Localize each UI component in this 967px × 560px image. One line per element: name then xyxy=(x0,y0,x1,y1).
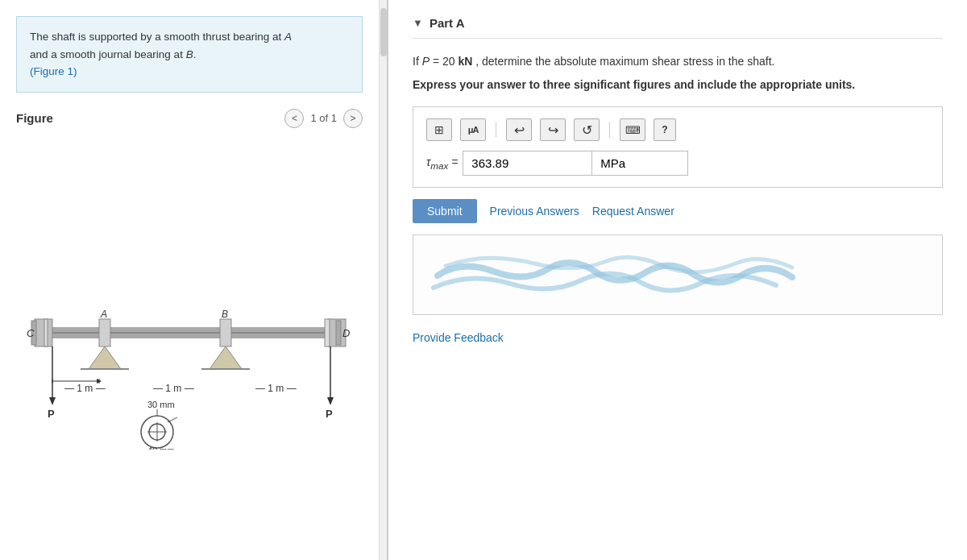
svg-marker-28 xyxy=(327,397,334,405)
svg-text:40 mm: 40 mm xyxy=(147,446,175,450)
svg-rect-15 xyxy=(336,321,341,345)
svg-marker-7 xyxy=(89,346,121,369)
keyboard-icon: ⌨ xyxy=(625,124,641,136)
svg-rect-1 xyxy=(44,332,342,334)
matrix-icon: ⊞ xyxy=(434,123,444,136)
help-icon: ? xyxy=(662,124,667,135)
figure-header: Figure < 1 of 1 > xyxy=(16,109,363,128)
svg-rect-2 xyxy=(35,319,52,346)
svg-text:— 1 m —: — 1 m — xyxy=(255,383,297,394)
keyboard-btn[interactable]: ⌨ xyxy=(620,118,645,141)
undo-btn[interactable]: ↩ xyxy=(506,118,532,141)
units-input[interactable] xyxy=(591,151,688,176)
svg-text:D: D xyxy=(342,327,350,339)
scribble-area xyxy=(413,234,943,315)
page-label: 1 of 1 xyxy=(310,112,337,124)
toolbar-sep1 xyxy=(496,122,496,138)
svg-text:P: P xyxy=(48,408,55,420)
submit-row: Submit Previous Answers Request Answer xyxy=(413,199,943,223)
next-figure-btn[interactable]: > xyxy=(343,109,363,128)
svg-line-34 xyxy=(168,417,177,422)
matrix-btn[interactable]: ⊞ xyxy=(426,118,452,141)
svg-marker-11 xyxy=(210,346,242,369)
svg-rect-10 xyxy=(220,319,231,346)
svg-rect-16 xyxy=(325,319,330,346)
mu-icon: μA xyxy=(468,125,479,135)
scrollbar-thumb[interactable] xyxy=(380,8,387,56)
figure-nav: < 1 of 1 > xyxy=(284,109,363,128)
tmax-label: τmax = xyxy=(426,156,458,171)
toolbar-sep2 xyxy=(609,122,610,138)
left-content: The shaft is supported by a smooth thrus… xyxy=(0,0,379,560)
svg-rect-4 xyxy=(44,319,48,346)
svg-text:30 mm: 30 mm xyxy=(147,400,175,409)
refresh-icon: ↺ xyxy=(582,122,592,138)
undo-icon: ↩ xyxy=(514,122,525,138)
previous-answers-link[interactable]: Previous Answers xyxy=(490,205,579,218)
redo-icon: ↪ xyxy=(548,122,558,138)
svg-text:B: B xyxy=(222,309,228,320)
shaft-diagram: C A B D xyxy=(20,232,359,450)
answer-box: ⊞ μA ↩ ↪ ↺ ⌨ ? τ xyxy=(413,106,943,188)
scribble-svg xyxy=(421,243,934,304)
help-btn[interactable]: ? xyxy=(654,118,676,141)
problem-info-box: The shaft is supported by a smooth thrus… xyxy=(16,16,363,93)
part-a-header: ▼ Part A xyxy=(413,16,943,39)
prev-figure-btn[interactable]: < xyxy=(284,109,304,128)
info-text-line2: and a smooth journal bearing at B. xyxy=(30,48,196,60)
collapse-arrow-icon[interactable]: ▼ xyxy=(413,17,423,29)
svg-marker-25 xyxy=(49,397,56,405)
svg-text:A: A xyxy=(100,309,107,320)
svg-text:C: C xyxy=(27,327,35,339)
svg-text:P: P xyxy=(326,408,333,420)
answer-row: τmax = xyxy=(426,151,929,176)
refresh-btn[interactable]: ↺ xyxy=(574,118,600,141)
part-label: Part A xyxy=(430,16,465,30)
svg-text:— 1 m —: — 1 m — xyxy=(64,383,106,394)
svg-rect-6 xyxy=(99,319,110,346)
provide-feedback-link[interactable]: Provide Feedback xyxy=(413,331,943,344)
left-panel: The shaft is supported by a smooth thrus… xyxy=(0,0,387,560)
svg-text:— 1 m —: — 1 m — xyxy=(153,383,194,394)
figure-area: C A B D xyxy=(16,138,363,544)
submit-btn[interactable]: Submit xyxy=(413,199,477,223)
problem-text: If P = 20 kN , determine the absolute ma… xyxy=(413,53,943,70)
mu-btn[interactable]: μA xyxy=(460,118,486,141)
figure-link[interactable]: (Figure 1) xyxy=(30,65,77,77)
redo-btn[interactable]: ↪ xyxy=(540,118,566,141)
answer-input[interactable] xyxy=(463,151,591,176)
answer-toolbar: ⊞ μA ↩ ↪ ↺ ⌨ ? xyxy=(426,118,929,141)
instruction-text: Express your answer to three significant… xyxy=(413,77,943,93)
request-answer-link[interactable]: Request Answer xyxy=(592,205,674,218)
info-text: The shaft is supported by a smooth thrus… xyxy=(30,31,292,43)
scrollbar-track[interactable] xyxy=(379,0,387,560)
right-panel: ▼ Part A If P = 20 kN , determine the ab… xyxy=(388,0,967,560)
figure-label: Figure xyxy=(16,111,53,125)
